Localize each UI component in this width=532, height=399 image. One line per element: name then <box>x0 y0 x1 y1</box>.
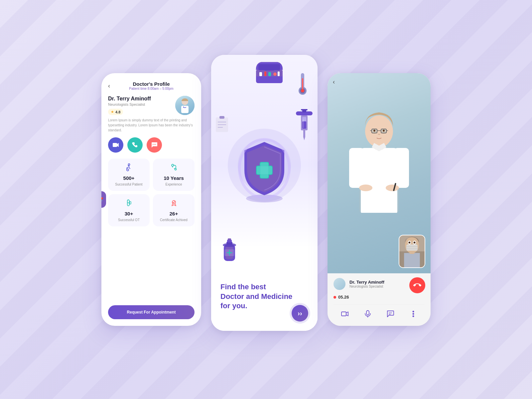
profile-header: ‹ Doctor's Profile Patient time 8:00am –… <box>108 81 195 90</box>
stats-grid: 500+ Successful Patient 10 Years E <box>108 159 195 226</box>
arrow-right-icon: ›› <box>298 310 302 317</box>
stat-label-experience: Experience <box>165 183 182 186</box>
location-icon: 📍 <box>101 197 104 202</box>
timer-dot <box>333 296 336 299</box>
svg-rect-75 <box>404 253 420 268</box>
doctor-description: Lorem Ipsum is simply dummy text of the … <box>108 118 195 133</box>
call-timer-row: 05.26 <box>333 295 425 300</box>
end-call-icon <box>413 281 421 289</box>
svg-rect-29 <box>278 71 280 76</box>
svg-point-70 <box>359 185 372 191</box>
medical-kit-illustration <box>254 62 284 86</box>
svg-point-4 <box>153 144 154 145</box>
svg-rect-26 <box>264 71 266 76</box>
doctor-specialty: Neurologists Specialist <box>108 102 175 106</box>
caller-specialty: Neurologists Specialist <box>349 285 384 288</box>
svg-rect-48 <box>228 238 231 240</box>
caller-avatar <box>333 278 345 290</box>
svg-rect-78 <box>406 244 418 251</box>
svg-point-8 <box>127 169 129 171</box>
svg-point-68 <box>373 130 375 132</box>
svg-rect-1 <box>181 106 189 113</box>
svg-rect-56 <box>361 148 397 213</box>
svg-rect-19 <box>257 166 272 174</box>
call-duration: 05.26 <box>338 295 349 300</box>
patient-figure <box>399 235 425 268</box>
svg-rect-57 <box>349 148 364 188</box>
svg-point-83 <box>409 242 411 244</box>
video-call-button[interactable] <box>108 137 123 153</box>
action-buttons <box>108 137 195 153</box>
svg-rect-25 <box>259 72 262 76</box>
svg-point-7 <box>128 164 130 166</box>
shield-illustration <box>238 137 291 203</box>
svg-point-28 <box>273 72 277 76</box>
medical-illustration-screen: Find the best Doctor and Medicine for yo… <box>211 55 318 331</box>
svg-point-6 <box>155 144 156 145</box>
svg-rect-3 <box>113 143 117 147</box>
chat-button[interactable] <box>147 137 162 153</box>
svg-point-34 <box>301 89 304 92</box>
page-title: Doctor's Profile <box>129 81 173 87</box>
svg-point-60 <box>365 115 393 147</box>
call-controls <box>333 304 425 321</box>
patient-thumbnail <box>399 235 425 268</box>
star-icon: ★ <box>111 110 114 114</box>
video-call-screen: ‹ <box>328 73 431 326</box>
svg-point-92 <box>412 316 414 317</box>
stat-num-experience: 10 Years <box>164 175 184 181</box>
illustration-area <box>211 55 318 276</box>
certificate-icon <box>170 199 178 208</box>
stethoscope-icon <box>170 163 178 173</box>
svg-point-90 <box>412 311 414 313</box>
toggle-mic-button[interactable] <box>362 308 374 320</box>
next-button[interactable]: ›› <box>292 305 308 322</box>
open-chat-button[interactable] <box>384 308 396 320</box>
svg-rect-27 <box>268 72 271 76</box>
headline-area: Find the best Doctor and Medicine for yo… <box>211 276 318 331</box>
svg-rect-40 <box>303 130 305 137</box>
caller-name: Dr. Terry Aminoff <box>349 280 384 285</box>
vaccine-bottle-illustration <box>218 234 241 266</box>
stat-num-certificate: 26+ <box>170 211 178 216</box>
stat-label-patients: Successful Patient <box>115 183 142 186</box>
svg-rect-86 <box>366 311 369 315</box>
doctor-avatar <box>175 96 195 115</box>
toggle-video-button[interactable] <box>339 308 351 320</box>
end-call-button[interactable] <box>409 277 425 293</box>
phone-call-button[interactable] <box>127 137 143 153</box>
svg-point-2 <box>183 107 184 108</box>
call-info-panel: Dr. Terry Aminoff Neurologists Specialis… <box>328 273 431 326</box>
svg-rect-85 <box>341 312 346 316</box>
more-options-button[interactable] <box>407 308 419 320</box>
video-background: ‹ <box>328 73 431 273</box>
back-button[interactable]: ‹ <box>108 82 110 89</box>
stat-num-ot: 30+ <box>125 211 133 216</box>
doctor-profile-screen: 📍 ‹ Doctor's Profile Patient time 8:00am… <box>101 73 201 326</box>
clipboard-illustration <box>214 115 229 134</box>
svg-point-84 <box>414 242 416 244</box>
stat-card-patients: 500+ Successful Patient <box>108 159 150 191</box>
back-button-call[interactable]: ‹ <box>333 78 335 85</box>
svg-point-10 <box>175 169 176 170</box>
wheelchair-icon <box>125 163 133 173</box>
stat-num-patients: 500+ <box>123 175 135 181</box>
stat-card-certificate: 26+ Certificate Achived <box>153 194 195 226</box>
rating-badge: ★ 4.8 <box>108 109 123 115</box>
doctor-info-row: Dr. Terry Aminoff Neurologists Specialis… <box>108 96 195 115</box>
svg-point-71 <box>386 185 399 191</box>
svg-rect-42 <box>301 109 308 110</box>
svg-rect-24 <box>264 68 274 70</box>
svg-rect-13 <box>130 201 131 204</box>
stat-card-ot: 30+ Successful OT <box>108 194 150 226</box>
location-badge: 📍 <box>101 191 106 208</box>
svg-rect-38 <box>302 121 306 129</box>
appointment-button[interactable]: Request For Appointment <box>108 305 195 319</box>
patient-time: Patient time 8:00am – 5:00pm <box>129 87 173 90</box>
svg-point-69 <box>383 130 385 132</box>
svg-point-49 <box>223 243 236 247</box>
doctor-name: Dr. Terry Aminoff <box>108 96 175 102</box>
svg-rect-33 <box>302 78 303 90</box>
stat-card-experience: 10 Years Experience <box>153 159 195 191</box>
svg-rect-51 <box>219 116 224 119</box>
